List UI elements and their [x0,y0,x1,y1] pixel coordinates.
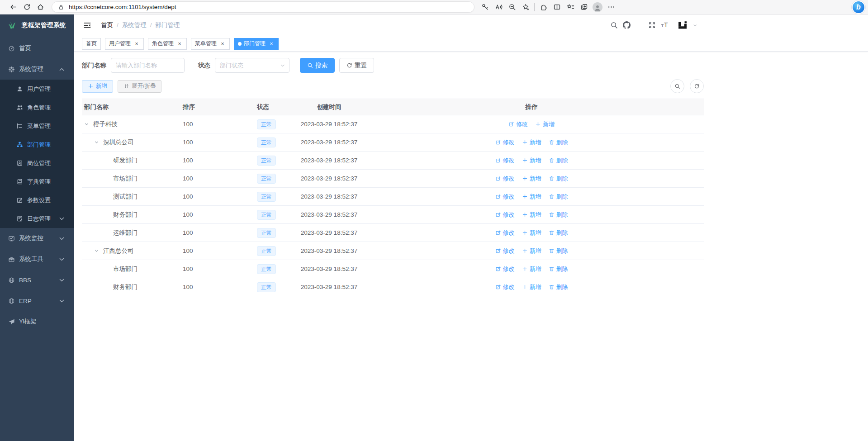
tag-菜单管理[interactable]: 菜单管理× [191,38,230,50]
search-button[interactable] [607,18,620,33]
action-label: 新增 [530,247,541,255]
sidebar-item-home[interactable]: 首页 [0,38,74,59]
edit-row-button[interactable]: 修改 [495,247,515,255]
fullscreen-button[interactable] [645,18,658,33]
add-row-button[interactable]: 新增 [522,247,541,255]
tag-用户管理[interactable]: 用户管理× [105,38,144,50]
edit-row-button[interactable]: 修改 [508,120,528,128]
search-button[interactable]: 搜索 [300,58,335,73]
add-row-button[interactable]: 新增 [522,175,541,183]
tag-close-icon[interactable]: × [133,41,140,47]
sidebar-item-erp[interactable]: ERP [0,290,74,311]
delete-row-button[interactable]: 删除 [549,229,568,237]
delete-row-button[interactable]: 删除 [549,193,568,201]
edit-row-button[interactable]: 修改 [495,283,515,291]
refresh-button[interactable] [20,1,33,14]
delete-row-button[interactable]: 删除 [549,175,568,183]
edit-row-button[interactable]: 修改 [495,211,515,219]
status-badge: 正常 [257,228,276,238]
trash-icon [549,194,555,199]
breadcrumb-home[interactable]: 首页 [101,21,113,29]
edit-row-button[interactable]: 修改 [495,265,515,273]
sidebar-item-role[interactable]: 角色管理 [0,98,74,117]
back-icon [9,3,17,11]
add-row-button[interactable]: 新增 [522,156,541,165]
row-expand-icon[interactable] [84,122,91,127]
tag-close-icon[interactable]: × [219,41,226,47]
github-button[interactable] [620,18,633,33]
favorites-button[interactable] [564,1,577,14]
dept-name-input[interactable] [111,58,185,73]
action-label: 修改 [503,211,515,219]
refresh-table-button[interactable] [690,79,704,93]
add-row-button[interactable]: 新增 [522,211,541,219]
sidebar-item-yi[interactable]: Yi框架 [0,311,74,332]
sidebar-item-user[interactable]: 用户管理 [0,80,74,98]
delete-row-button[interactable]: 删除 [549,265,568,273]
row-expand-icon[interactable] [94,140,101,145]
sidebar-item-param[interactable]: 参数设置 [0,191,74,209]
zoom-out-button[interactable] [505,1,519,14]
add-button[interactable]: 新增 [82,80,113,93]
split-screen-button[interactable] [550,1,564,14]
add-row-button[interactable]: 新增 [522,265,541,273]
sidebar-item-dict[interactable]: 字典管理 [0,172,74,191]
add-row-button[interactable]: 新增 [522,138,541,147]
delete-row-button[interactable]: 删除 [549,247,568,255]
status-badge: 正常 [257,138,276,147]
collections-button[interactable] [577,1,591,14]
sidebar-item-system[interactable]: 系统管理 [0,59,74,80]
back-button[interactable] [6,1,20,14]
app-logo[interactable]: 意框架管理系统 [0,14,74,36]
tag-首页[interactable]: 首页 [82,38,101,50]
reset-button[interactable]: 重置 [339,58,374,73]
read-aloud-button[interactable] [492,1,505,14]
cell-actions: 修改新增删除 [446,229,617,237]
sidebar-item-dept[interactable]: 部门管理 [0,135,74,154]
user-dropdown-caret[interactable] [692,18,699,33]
add-row-button[interactable]: 新增 [522,283,541,291]
tag-部门管理[interactable]: 部门管理× [234,38,279,50]
sidebar-item-monitor[interactable]: 系统监控 [0,228,74,249]
edit-row-button[interactable]: 修改 [495,138,515,147]
more-menu-button[interactable] [604,1,618,14]
url-text[interactable]: https://ccnetcore.com:1101/system/dept [69,4,176,10]
add-row-button[interactable]: 新增 [535,120,555,128]
home-button[interactable] [33,1,47,14]
extensions-button[interactable] [536,1,550,14]
add-favorite-button[interactable] [519,1,532,14]
edit-row-button[interactable]: 修改 [495,175,515,183]
tag-close-icon[interactable]: × [176,41,183,47]
tag-角色管理[interactable]: 角色管理× [148,38,187,50]
add-row-button[interactable]: 新增 [522,229,541,237]
delete-row-button[interactable]: 删除 [549,211,568,219]
tag-close-icon[interactable]: × [268,41,275,47]
cell-dept-name: 运维部门 [82,229,180,237]
help-button[interactable] [633,18,645,33]
font-size-button[interactable]: TT [658,18,671,33]
breadcrumb-system[interactable]: 系统管理 [122,21,147,29]
bing-button[interactable]: b [852,0,865,14]
delete-row-button[interactable]: 删除 [549,156,568,165]
edit-row-button[interactable]: 修改 [495,156,515,165]
sidebar-item-post[interactable]: 岗位管理 [0,154,74,172]
yj-logo[interactable] [674,18,692,33]
password-key-button[interactable] [478,1,492,14]
add-row-button[interactable]: 新增 [522,193,541,201]
sidebar-item-tools[interactable]: 系统工具 [0,249,74,270]
edit-row-button[interactable]: 修改 [495,193,515,201]
sidebar-item-menu[interactable]: 菜单管理 [0,117,74,135]
delete-row-button[interactable]: 删除 [549,138,568,147]
delete-row-button[interactable]: 删除 [549,283,568,291]
cell-dept-name: 市场部门 [82,175,180,183]
row-expand-icon[interactable] [94,248,101,253]
show-search-button[interactable] [670,79,684,93]
status-select[interactable]: 部门状态 [215,58,289,73]
sidebar-item-bbs[interactable]: BBS [0,270,74,290]
profile-avatar-button[interactable] [591,1,604,14]
address-bar[interactable]: https://ccnetcore.com:1101/system/dept [52,1,474,13]
expand-collapse-button[interactable]: 展开/折叠 [118,80,161,93]
sidebar-item-log[interactable]: 日志管理 [0,209,74,228]
hamburger-icon[interactable] [80,18,95,33]
edit-row-button[interactable]: 修改 [495,229,515,237]
